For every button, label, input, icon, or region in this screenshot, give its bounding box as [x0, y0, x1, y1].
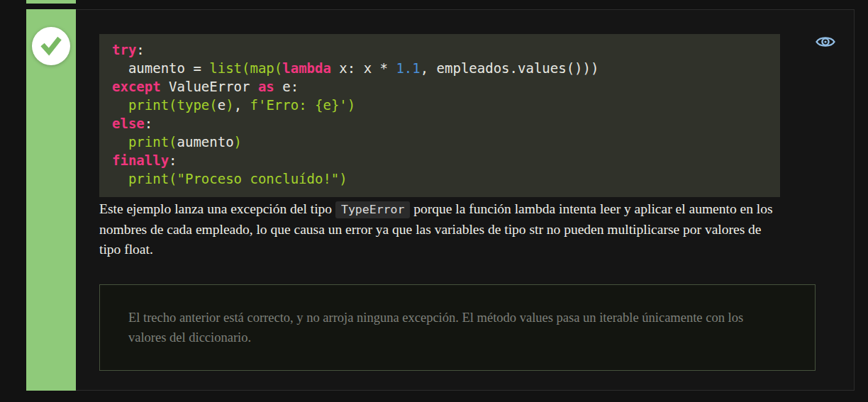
- correct-check-badge: [32, 27, 70, 65]
- code-line: else:: [112, 114, 773, 133]
- code-line: print(type(e), f'Erro: {e}'): [112, 96, 773, 114]
- code-line: finally:: [112, 151, 773, 169]
- correct-status-ribbon: [26, 9, 76, 391]
- question-text: Este ejemplo lanza una excepción del tip…: [99, 199, 786, 259]
- flashcard: try: aumento = list(map(lambda x: x * 1.…: [26, 9, 855, 391]
- previous-card-indicator: [26, 0, 76, 4]
- code-line: print("Proceso concluído!"): [112, 169, 773, 188]
- code-block: try: aumento = list(map(lambda x: x * 1.…: [99, 34, 780, 197]
- flashcard-page: try: aumento = list(map(lambda x: x * 1.…: [0, 0, 868, 402]
- code-line: try:: [112, 40, 773, 59]
- inline-code-typeerror: TypeError: [335, 201, 410, 218]
- answer-text: El trecho anterior está correcto, y no a…: [128, 311, 743, 345]
- code-line: aumento = list(map(lambda x: x * 1.1, em…: [112, 59, 773, 77]
- eye-icon: [815, 33, 836, 52]
- card-content: try: aumento = list(map(lambda x: x * 1.…: [76, 9, 855, 391]
- check-icon: [32, 26, 70, 67]
- code-line: print(aumento): [112, 133, 773, 151]
- code-line: except ValueError as e:: [112, 77, 773, 96]
- question-text-before: Este ejemplo lanza una excepción del tip…: [99, 201, 335, 216]
- answer-box: El trecho anterior está correcto, y no a…: [99, 284, 816, 371]
- reveal-answer-button[interactable]: [814, 33, 837, 52]
